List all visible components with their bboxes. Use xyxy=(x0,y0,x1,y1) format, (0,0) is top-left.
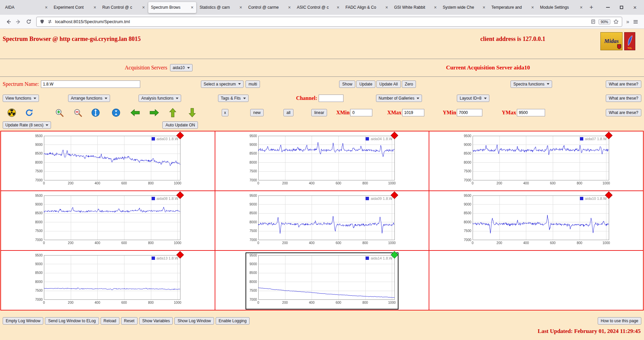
acquisition-server-select[interactable]: aida10 xyxy=(170,64,193,71)
browser-tab[interactable]: Temperature and× xyxy=(489,2,537,13)
bookmark-star-icon[interactable] xyxy=(613,19,619,24)
browser-tab[interactable]: FADC Align & Co× xyxy=(343,2,391,13)
analysis-functions-dropdown[interactable]: Analysis functions xyxy=(139,95,181,102)
browser-tab[interactable]: Module Settings× xyxy=(537,2,585,13)
spectrum-chart-aida09[interactable]: aida09 1.8.W xyxy=(246,193,398,249)
tags-fits-dropdown[interactable]: Tags & Fits xyxy=(218,95,248,102)
layout-id-dropdown[interactable]: Layout ID=8 xyxy=(457,95,489,102)
enable-logging-button[interactable]: Enable Logging xyxy=(216,317,250,325)
menu-button[interactable] xyxy=(631,17,641,27)
url-bar[interactable]: localhost:8015/Spectrum/Spectrum.tml 90% xyxy=(36,17,622,27)
all-button[interactable]: all xyxy=(283,109,293,116)
browser-tab[interactable]: ASIC Control @ c× xyxy=(294,2,342,13)
browser-tab[interactable]: System wide Che× xyxy=(440,2,488,13)
zoom-out-icon[interactable] xyxy=(73,108,83,117)
radiation-icon[interactable] xyxy=(7,108,16,117)
what-are-these-button[interactable]: What are these? xyxy=(606,109,641,116)
y-expand-icon[interactable] xyxy=(91,108,100,117)
tab-close-icon[interactable]: × xyxy=(191,5,194,10)
tab-close-icon[interactable]: × xyxy=(45,5,48,10)
browser-tab[interactable]: GSI White Rabbit× xyxy=(391,2,439,13)
tab-close-icon[interactable]: × xyxy=(142,5,145,10)
tab-close-icon[interactable]: × xyxy=(385,5,388,10)
url-text[interactable]: localhost:8015/Spectrum/Spectrum.tml xyxy=(55,19,588,24)
spectrum-chart-aida04[interactable]: aida04 1.8.W xyxy=(246,134,398,189)
tab-close-icon[interactable]: × xyxy=(434,5,437,10)
what-are-these-button[interactable]: What are these? xyxy=(606,95,641,102)
back-button[interactable] xyxy=(3,17,13,27)
pan-left-icon[interactable] xyxy=(130,109,140,117)
new-button[interactable]: new xyxy=(250,109,264,116)
window-close-button[interactable]: × xyxy=(633,5,637,10)
browser-tab[interactable]: Spectrum Brows× xyxy=(148,2,196,13)
linear-button[interactable]: linear xyxy=(311,109,327,116)
pan-right-icon[interactable] xyxy=(150,109,159,117)
minimize-button[interactable] xyxy=(606,7,610,8)
forward-button[interactable] xyxy=(13,17,23,27)
tab-close-icon[interactable]: × xyxy=(531,5,534,10)
update-all-button[interactable]: Update All xyxy=(376,80,401,88)
xmin-input[interactable] xyxy=(350,109,372,116)
show-log-window-button[interactable]: Show Log Window xyxy=(174,317,214,325)
zero-button[interactable]: Zero xyxy=(402,80,416,88)
y-compress-icon[interactable] xyxy=(112,108,120,117)
connection-icon[interactable] xyxy=(47,19,52,24)
browser-tab[interactable]: AIDA× xyxy=(2,2,50,13)
channel-input[interactable] xyxy=(319,95,343,102)
spectrum-chart-aida13[interactable]: aida13 1.8.W xyxy=(32,253,183,309)
spectrum-chart-aida10[interactable]: aida10 1.8.W xyxy=(461,193,612,249)
legend-swatch xyxy=(152,137,155,140)
update-rate-dropdown[interactable]: Update Rate (8 secs) xyxy=(3,121,51,129)
zoom-in-icon[interactable] xyxy=(55,108,64,117)
new-tab-button[interactable]: + xyxy=(586,2,596,12)
multi-button[interactable]: multi xyxy=(246,80,260,88)
tab-title: AIDA xyxy=(5,5,44,10)
what-are-these-button[interactable]: What are these? xyxy=(606,80,641,88)
browser-tab[interactable]: Statistics @ carn× xyxy=(197,2,245,13)
ymax-input[interactable] xyxy=(517,109,545,116)
tab-close-icon[interactable]: × xyxy=(239,5,242,10)
how-to-use-button[interactable]: How to use this page xyxy=(598,317,641,325)
spectra-functions-dropdown[interactable]: Spectra functions xyxy=(511,80,552,88)
tab-close-icon[interactable]: × xyxy=(580,5,583,10)
tab-close-icon[interactable]: × xyxy=(94,5,96,10)
view-functions-dropdown[interactable]: View functions xyxy=(3,95,39,102)
xmax-input[interactable] xyxy=(402,109,424,116)
auto-update-button[interactable]: Auto Update ON xyxy=(162,121,198,129)
reload-button[interactable]: Reload xyxy=(101,317,119,325)
xmax-label: XMax xyxy=(387,110,401,116)
pan-up-icon[interactable] xyxy=(169,108,177,117)
chart-legend: aida13 1.8.W xyxy=(152,256,178,260)
chevron-down-icon xyxy=(484,98,487,99)
tab-close-icon[interactable]: × xyxy=(483,5,485,10)
empty-log-window-button[interactable]: Empty Log Window xyxy=(3,317,43,325)
spectrum-chart-aida03[interactable]: aida03 1.8.W xyxy=(32,134,183,189)
maximize-button[interactable] xyxy=(620,6,623,9)
reload-button[interactable] xyxy=(23,17,34,27)
pan-down-icon[interactable] xyxy=(188,108,196,117)
spectrum-chart-aida07[interactable]: aida07 1.8.W xyxy=(461,134,612,189)
ymin-input[interactable] xyxy=(457,109,482,116)
tab-close-icon[interactable]: × xyxy=(337,5,339,10)
arrange-functions-dropdown[interactable]: Arrange functions xyxy=(68,95,110,102)
x-button[interactable]: x xyxy=(222,109,228,116)
update-button[interactable]: Update xyxy=(356,80,375,88)
tracking-shield-icon[interactable] xyxy=(40,19,45,24)
browser-tab[interactable]: Experiment Cont× xyxy=(51,2,99,13)
reset-button[interactable]: Reset xyxy=(121,317,138,325)
show-variables-button[interactable]: Show Variables xyxy=(139,317,173,325)
zoom-level-badge[interactable]: 90% xyxy=(598,19,610,24)
browser-tab[interactable]: Run Control @ c× xyxy=(100,2,148,13)
reader-view-icon[interactable] xyxy=(591,19,596,24)
toolbar-overflow-button[interactable]: » xyxy=(625,19,631,25)
number-of-galleries-dropdown[interactable]: Number of Galleries xyxy=(376,95,422,102)
browser-tab[interactable]: Control @ carme× xyxy=(246,2,293,13)
select-spectrum-dropdown[interactable]: Select a spectrum xyxy=(201,80,244,88)
update-refresh-icon[interactable] xyxy=(25,108,34,117)
send-log-window-to-elog-button[interactable]: Send Log Window to ELog xyxy=(45,317,99,325)
show-button[interactable]: Show xyxy=(339,80,355,88)
spectrum-chart-aida08[interactable]: aida08 1.8.W xyxy=(32,193,183,249)
tab-close-icon[interactable]: × xyxy=(288,5,291,10)
spectrum-name-input[interactable] xyxy=(41,80,140,88)
spectrum-chart-aida14[interactable]: aida14 1.8.W xyxy=(246,253,398,309)
